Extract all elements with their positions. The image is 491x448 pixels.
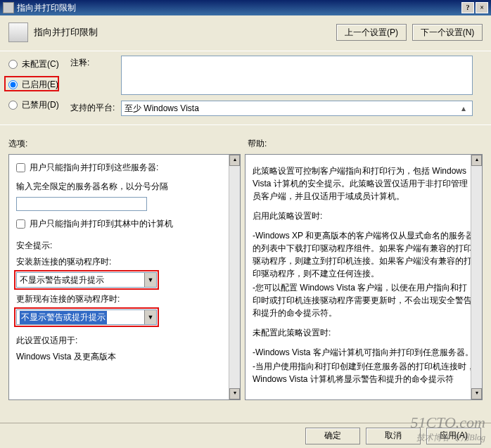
policy-title: 指向并打印限制 bbox=[34, 26, 336, 39]
supported-platform-value: 至少 Windows Vista bbox=[125, 103, 199, 115]
checkbox-forest[interactable]: 用户只能指向并打印到其林中的计算机 bbox=[16, 218, 233, 230]
section-labels: 选项: 帮助: bbox=[0, 125, 491, 154]
radio-enabled[interactable]: 已启用(E) bbox=[8, 79, 70, 91]
help-notconfigured-line1: -Windows Vista 客户端计算机可指向并打印到任意服务器。 bbox=[253, 346, 475, 359]
servers-input[interactable] bbox=[16, 197, 147, 211]
help-paragraph-1: 此策略设置可控制客户端指向和打印行为，包括 Windows Vista 计算机的… bbox=[253, 165, 475, 203]
bottom-bar: 确定 取消 应用(A) bbox=[0, 423, 491, 448]
security-hint-label: 安全提示: bbox=[16, 240, 233, 252]
radio-not-configured[interactable]: 未配置(C) bbox=[8, 58, 70, 70]
radio-not-configured-label: 未配置(C) bbox=[22, 58, 59, 70]
window-title: 指向并打印限制 bbox=[17, 2, 461, 14]
ok-button[interactable]: 确定 bbox=[305, 428, 360, 444]
install-driver-combobox[interactable]: 不显示警告或提升提示 ▼ bbox=[16, 272, 157, 288]
checkbox-servers-label: 用户只能指向并打印到这些服务器: bbox=[30, 162, 158, 174]
header-row: 指向并打印限制 上一个设置(P) 下一个设置(N) bbox=[0, 15, 491, 51]
scroll-up-icon[interactable]: ▴ bbox=[471, 155, 482, 166]
chevron-down-icon: ▼ bbox=[144, 273, 156, 287]
update-driver-label: 更新现有连接的驱动程序时: bbox=[16, 293, 233, 305]
window-controls: ? × bbox=[461, 2, 488, 13]
help-text: 此策略设置可控制客户端指向和打印行为，包括 Windows Vista 计算机的… bbox=[253, 165, 475, 385]
chevron-up-down-icon: ▴ bbox=[458, 103, 469, 113]
cancel-button[interactable]: 取消 bbox=[366, 428, 421, 444]
next-setting-button[interactable]: 下一个设置(N) bbox=[412, 24, 483, 41]
options-label: 选项: bbox=[8, 138, 248, 150]
radio-disabled-input[interactable] bbox=[8, 101, 18, 110]
checkbox-servers-input[interactable] bbox=[16, 163, 25, 172]
checkbox-servers[interactable]: 用户只能指向并打印到这些服务器: bbox=[16, 162, 233, 174]
comment-label: 注释: bbox=[70, 56, 121, 95]
applies-to-label: 此设置仅适用于: bbox=[16, 335, 233, 347]
options-scrollbar[interactable]: ▴ ▾ bbox=[229, 155, 240, 399]
radio-disabled[interactable]: 已禁用(D) bbox=[8, 99, 70, 111]
scroll-down-icon[interactable]: ▾ bbox=[229, 388, 240, 399]
scroll-up-icon[interactable]: ▴ bbox=[229, 155, 240, 166]
radio-enabled-label: 已启用(E) bbox=[22, 79, 58, 91]
help-button[interactable]: ? bbox=[461, 2, 474, 13]
chevron-down-icon: ▼ bbox=[144, 310, 156, 324]
scroll-down-icon[interactable]: ▾ bbox=[471, 388, 482, 399]
platform-label: 支持的平台: bbox=[70, 101, 121, 116]
update-driver-combobox[interactable]: 不显示警告或提升提示 ▼ bbox=[16, 309, 157, 325]
radio-enabled-input[interactable] bbox=[8, 80, 18, 89]
help-label: 帮助: bbox=[248, 138, 483, 150]
help-enabled-line1: -Windows XP 和更高版本的客户端将仅从显式命名的服务器的列表中下载打印… bbox=[253, 229, 475, 280]
checkbox-forest-input[interactable] bbox=[16, 219, 25, 229]
help-notconfigured-title: 未配置此策略设置时: bbox=[253, 326, 475, 339]
radio-disabled-label: 已禁用(D) bbox=[22, 99, 59, 111]
state-radio-group: 未配置(C) 已启用(E) 已禁用(D) bbox=[8, 56, 70, 122]
config-row: 未配置(C) 已启用(E) 已禁用(D) 注释: 支持的平台: 至少 Windo… bbox=[0, 51, 491, 124]
install-driver-value: 不显示警告或提升提示 bbox=[20, 274, 104, 286]
title-bar: 指向并打印限制 ? × bbox=[0, 0, 491, 15]
help-pane: 此策略设置可控制客户端指向和打印行为，包括 Windows Vista 计算机的… bbox=[245, 154, 483, 400]
app-icon bbox=[3, 2, 14, 13]
applies-to-value: Windows Vista 及更高版本 bbox=[16, 351, 233, 363]
help-notconfigured-line2: -当用户使用指向和打印创建到任意服务器的打印机连接时，Windows Vista… bbox=[253, 360, 475, 385]
options-pane: 用户只能指向并打印到这些服务器: 输入完全限定的服务器名称，以分号分隔 用户只能… bbox=[8, 154, 241, 400]
help-enabled-title: 启用此策略设置时: bbox=[253, 210, 475, 222]
comment-textarea[interactable] bbox=[121, 56, 473, 95]
checkbox-forest-label: 用户只能指向并打印到其林中的计算机 bbox=[30, 218, 173, 230]
close-button[interactable]: × bbox=[476, 2, 488, 13]
servers-hint: 输入完全限定的服务器名称，以分号分隔 bbox=[16, 181, 233, 193]
supported-platform-field[interactable]: 至少 Windows Vista ▴ bbox=[121, 101, 473, 116]
help-scrollbar[interactable]: ▴ ▾ bbox=[471, 155, 482, 399]
previous-setting-button[interactable]: 上一个设置(P) bbox=[336, 24, 407, 41]
policy-icon bbox=[8, 23, 28, 42]
apply-button[interactable]: 应用(A) bbox=[426, 428, 481, 444]
radio-not-configured-input[interactable] bbox=[8, 60, 18, 69]
panes: 用户只能指向并打印到这些服务器: 输入完全限定的服务器名称，以分号分隔 用户只能… bbox=[0, 154, 491, 400]
help-enabled-line2: -您可以配置 Windows Vista 客户端，以便在用户指向和打印时或打印机… bbox=[253, 281, 475, 319]
update-driver-value: 不显示警告或提升提示 bbox=[20, 311, 107, 324]
install-driver-label: 安装新连接的驱动程序时: bbox=[16, 256, 233, 268]
